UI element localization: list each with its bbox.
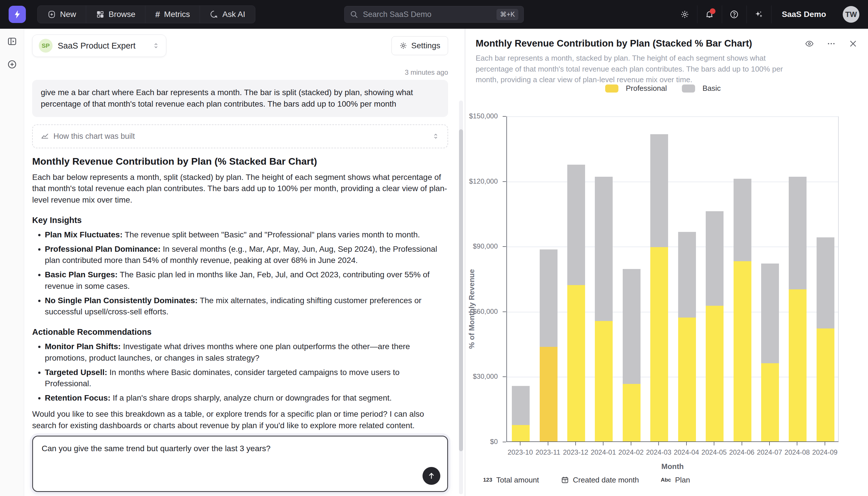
tag-created-date-month[interactable]: Created date month: [553, 472, 646, 488]
how-chart-built-toggle[interactable]: How this chart was built: [32, 124, 448, 148]
notifications-button[interactable]: [697, 5, 722, 23]
bar-2024-01[interactable]: [595, 177, 613, 441]
bar-segment-professional[interactable]: [706, 306, 724, 441]
y-tick-label: $60,000: [452, 308, 498, 315]
agent-name: SaaS Product Expert: [58, 41, 135, 50]
tag-plan[interactable]: Abc Plan: [653, 472, 697, 488]
user-avatar[interactable]: TW: [843, 6, 859, 23]
legend-swatch-basic[interactable]: [682, 84, 695, 93]
agent-avatar: SP: [39, 39, 52, 52]
bar-segment-professional[interactable]: [761, 363, 779, 441]
legend-label-professional[interactable]: Professional: [626, 84, 667, 93]
bar-segment-basic[interactable]: [512, 386, 530, 425]
calendar-icon: [561, 476, 569, 484]
x-tick-label: 2024-01: [591, 448, 616, 456]
y-tick-label: $30,000: [452, 372, 498, 381]
bar-segment-professional[interactable]: [595, 321, 613, 441]
chat-panel: SP SaaS Product Expert Settings 3 minute…: [24, 29, 465, 496]
x-tick-mark: [714, 442, 714, 446]
list-item: Retention Focus: If a plan's share drops…: [45, 392, 448, 404]
send-button[interactable]: [422, 467, 440, 485]
bar-segment-professional[interactable]: [623, 384, 641, 441]
x-tick-label: 2024-08: [784, 448, 810, 456]
bar-segment-professional[interactable]: [817, 328, 834, 441]
browse-button[interactable]: Browse: [86, 6, 145, 23]
new-button[interactable]: New: [38, 6, 86, 23]
app-logo[interactable]: [9, 6, 26, 23]
bar-2024-04[interactable]: [678, 232, 696, 441]
agent-settings-button[interactable]: Settings: [391, 36, 448, 55]
bar-segment-basic[interactable]: [623, 269, 641, 384]
bar-segment-professional[interactable]: [650, 247, 668, 441]
bar-2024-05[interactable]: [706, 211, 724, 441]
y-tick-mark: [503, 442, 506, 442]
chart-description: Each bar represents a month, stacked by …: [476, 53, 803, 86]
legend-label-basic[interactable]: Basic: [703, 84, 721, 93]
more-options-icon[interactable]: [826, 39, 836, 48]
ai-sparkles-button[interactable]: [746, 5, 771, 23]
metrics-label: Metrics: [164, 10, 190, 19]
bar-segment-basic[interactable]: [706, 211, 724, 306]
global-search-input[interactable]: Search SaaS Demo ⌘+K: [344, 6, 524, 23]
sidebar-toggle-icon[interactable]: [7, 36, 17, 48]
chat-input[interactable]: Can you give the same trend but quarterl…: [33, 436, 447, 491]
bar-segment-professional[interactable]: [789, 289, 806, 441]
bar-2024-06[interactable]: [734, 179, 751, 441]
bar-2024-08[interactable]: [789, 177, 806, 441]
preview-eye-icon[interactable]: [805, 39, 814, 48]
text-field-icon: Abc: [661, 477, 671, 483]
number-field-icon: 123: [483, 477, 492, 483]
y-tick-mark: [503, 116, 506, 117]
chart-panel: Monthly Revenue Contribution by Plan (St…: [465, 29, 868, 496]
bar-segment-basic[interactable]: [650, 134, 668, 247]
settings-gear-button[interactable]: [672, 5, 697, 23]
list-item: Professional Plan Dominance: In several …: [45, 244, 448, 266]
metrics-button[interactable]: # Metrics: [145, 6, 200, 23]
bar-segment-basic[interactable]: [734, 179, 751, 261]
bar-segment-basic[interactable]: [595, 177, 613, 321]
bar-segment-basic[interactable]: [678, 232, 696, 317]
ask-ai-button[interactable]: Ask AI: [200, 6, 255, 23]
how-built-label: How this chart was built: [53, 132, 135, 141]
bar-segment-basic[interactable]: [540, 249, 558, 347]
bar-segment-professional[interactable]: [567, 285, 585, 441]
user-message: give me a bar chart where Each bar repre…: [32, 80, 448, 117]
bar-2024-09[interactable]: [817, 237, 834, 441]
agent-selector[interactable]: SP SaaS Product Expert: [32, 34, 166, 57]
recommendations-list: Monitor Plan Shifts: Investigate what dr…: [32, 341, 448, 404]
bar-segment-professional[interactable]: [512, 425, 530, 441]
x-tick-mark: [631, 442, 631, 446]
help-button[interactable]: [722, 5, 746, 23]
new-label: New: [60, 10, 76, 19]
x-tick-label: 2024-03: [646, 448, 671, 456]
bar-2024-02[interactable]: [623, 269, 641, 441]
bar-segment-professional[interactable]: [734, 261, 751, 441]
y-tick-label: $0: [452, 438, 498, 446]
new-chat-icon[interactable]: [7, 59, 17, 71]
list-item: Targeted Upsell: In months where Basic d…: [45, 367, 448, 390]
bar-segment-professional[interactable]: [540, 347, 558, 441]
gridline: [507, 247, 838, 247]
bar-segment-basic[interactable]: [789, 177, 806, 290]
response-closing: Would you like to see this breakdown as …: [32, 408, 448, 431]
bar-2023-11[interactable]: [540, 249, 558, 441]
bar-segment-basic[interactable]: [761, 264, 779, 363]
close-icon[interactable]: [849, 39, 858, 48]
workspace-button[interactable]: SaaS Demo: [771, 5, 836, 23]
bar-2023-10[interactable]: [512, 386, 530, 441]
legend-swatch-professional[interactable]: [605, 84, 618, 93]
bar-2023-12[interactable]: [567, 165, 585, 441]
bar-segment-professional[interactable]: [678, 317, 696, 441]
search-shortcut-badge: ⌘+K: [497, 9, 518, 20]
gridline: [507, 182, 838, 182]
bar-segment-basic[interactable]: [567, 165, 585, 285]
x-tick-mark: [548, 442, 548, 446]
x-tick-mark: [769, 442, 770, 446]
bar-2024-03[interactable]: [650, 134, 668, 441]
bar-segment-basic[interactable]: [817, 237, 834, 328]
plus-square-icon: [47, 10, 56, 19]
ask-ai-label: Ask AI: [222, 10, 245, 19]
notification-badge: [710, 8, 716, 14]
tag-total-amount[interactable]: 123 Total amount: [476, 472, 547, 488]
bar-2024-07[interactable]: [761, 264, 779, 441]
